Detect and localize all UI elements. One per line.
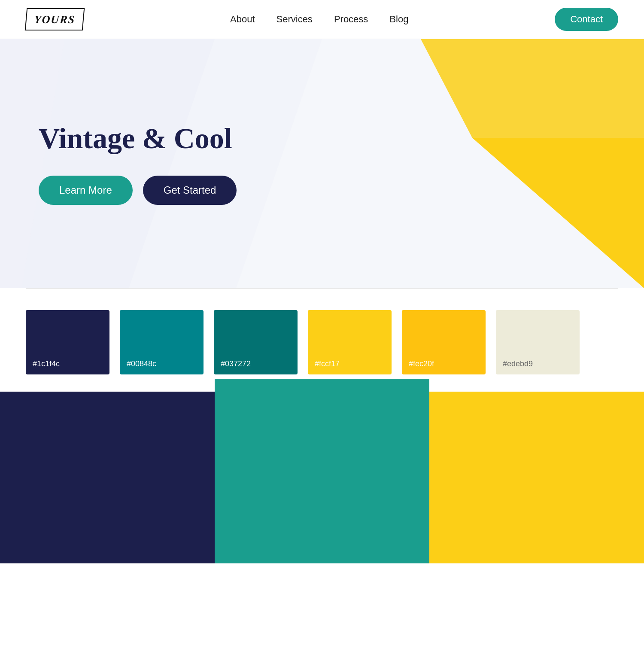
nav-link-about[interactable]: About (230, 14, 255, 24)
nav-item-about[interactable]: About (230, 14, 255, 25)
color-block-teal (215, 379, 429, 563)
hero-buttons: Learn More Get Started (39, 176, 237, 205)
hero-section: Vintage & Cool Learn More Get Started (0, 39, 644, 288)
contact-button[interactable]: Contact (555, 8, 618, 31)
logo-text: YOURS (34, 13, 76, 26)
swatch-label-6: #edebd9 (503, 359, 533, 368)
nav-link-blog[interactable]: Blog (389, 14, 408, 24)
logo[interactable]: YOURS (25, 8, 85, 30)
swatch-6: #edebd9 (496, 310, 580, 374)
nav-links: About Services Process Blog (230, 14, 408, 25)
hero-content: Vintage & Cool Learn More Get Started (39, 122, 237, 205)
swatch-2: #00848c (120, 310, 204, 374)
color-block-navy (0, 392, 215, 563)
navbar: YOURS About Services Process Blog Contac… (0, 0, 644, 39)
nav-item-services[interactable]: Services (276, 14, 313, 25)
nav-link-process[interactable]: Process (334, 14, 368, 24)
color-block-yellow (429, 392, 644, 563)
swatches-section: #1c1f4c #00848c #037272 #fccf17 #fec20f … (0, 289, 644, 392)
swatch-4: #fccf17 (308, 310, 392, 374)
get-started-button[interactable]: Get Started (143, 176, 237, 205)
swatches-row: #1c1f4c #00848c #037272 #fccf17 #fec20f … (26, 310, 618, 374)
swatch-label-3: #037272 (221, 359, 251, 368)
swatch-label-5: #fec20f (409, 359, 434, 368)
hero-title: Vintage & Cool (39, 122, 237, 155)
swatch-label-2: #00848c (127, 359, 156, 368)
swatch-label-1: #1c1f4c (33, 359, 60, 368)
nav-item-process[interactable]: Process (334, 14, 368, 25)
learn-more-button[interactable]: Learn More (39, 176, 133, 205)
swatch-5: #fec20f (402, 310, 486, 374)
nav-link-services[interactable]: Services (276, 14, 313, 24)
swatch-3: #037272 (214, 310, 298, 374)
swatch-1: #1c1f4c (26, 310, 109, 374)
svg-marker-3 (421, 39, 644, 138)
nav-item-blog[interactable]: Blog (389, 14, 408, 25)
color-blocks (0, 392, 644, 563)
swatch-label-4: #fccf17 (315, 359, 340, 368)
svg-marker-2 (472, 138, 644, 288)
